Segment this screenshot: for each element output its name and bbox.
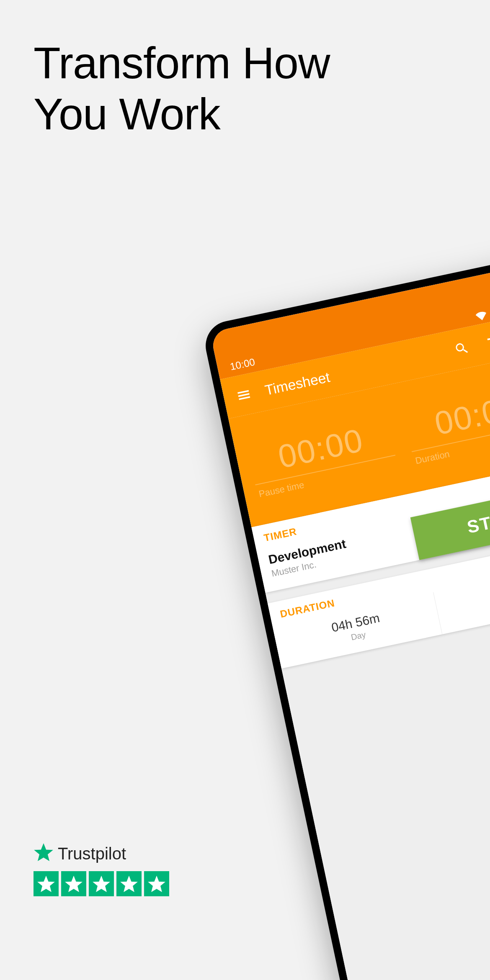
duration-value: 00:00 bbox=[403, 382, 490, 452]
phone-mockup: 10:00 LTE Timesheet bbox=[201, 255, 490, 980]
status-clock: 10:00 bbox=[227, 356, 256, 374]
rating-star-icon bbox=[89, 871, 114, 896]
trustpilot-star-icon bbox=[34, 843, 54, 864]
menu-icon[interactable] bbox=[230, 381, 258, 409]
rating-star-icon bbox=[34, 871, 59, 896]
rating-star-icon bbox=[144, 871, 169, 896]
headline: Transform How You Work bbox=[34, 38, 330, 140]
trustpilot-widget: Trustpilot bbox=[34, 843, 169, 896]
trustpilot-rating bbox=[34, 871, 169, 896]
trustpilot-name: Trustpilot bbox=[58, 844, 126, 863]
filter-icon[interactable] bbox=[480, 328, 490, 355]
rating-star-icon bbox=[116, 871, 142, 896]
wifi-icon bbox=[475, 310, 488, 322]
rating-star-icon bbox=[61, 871, 86, 896]
phone-screen: 10:00 LTE Timesheet bbox=[210, 264, 490, 980]
search-icon[interactable] bbox=[448, 335, 475, 363]
